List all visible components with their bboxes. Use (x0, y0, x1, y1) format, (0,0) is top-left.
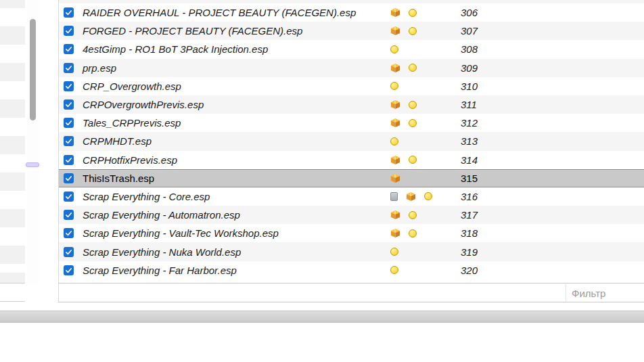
plugin-index: 311 (461, 99, 477, 110)
plugin-index: 317 (461, 209, 478, 221)
plugin-row[interactable]: RAIDER OVERHAUL - PROJECT BEAUTY (FACEGE… (59, 3, 644, 22)
coin-flag-icon (409, 119, 417, 127)
plugin-row[interactable]: 4estGimp - RO1 BoT 3Pack Injection.esp30… (59, 40, 644, 58)
plugin-index: 314 (461, 154, 478, 166)
plugin-name: Tales_CRPPrevis.esp (83, 117, 181, 129)
plugin-name: Scrap Everything - Far Harbor.esp (83, 265, 237, 276)
plugin-index: 308 (461, 43, 478, 55)
package-flag-icon (390, 228, 400, 238)
coin-flag-icon (390, 45, 398, 53)
plugin-index: 316 (461, 191, 478, 202)
plugin-checkbox[interactable] (64, 7, 74, 18)
plugin-name: Scrap Everything - Vault-Tec Workshop.es… (83, 227, 279, 239)
coin-flag-icon (390, 82, 398, 90)
mod-list-scrollbar-track[interactable] (27, 0, 39, 284)
plugin-checkbox[interactable] (64, 173, 74, 183)
plugin-flags (390, 206, 417, 224)
plugin-flags (390, 3, 417, 22)
plugin-checkbox[interactable] (64, 63, 74, 73)
mod-list-panel-sliver[interactable] (0, 0, 25, 284)
coin-flag-icon (409, 229, 417, 237)
plugin-flags (390, 59, 417, 77)
plugin-flags (390, 261, 398, 279)
plugin-row[interactable]: Scrap Everything - Nuka World.esp319 (59, 242, 644, 261)
coin-flag-icon (424, 192, 432, 200)
plugin-flags (390, 77, 398, 95)
package-flag-icon (390, 155, 400, 165)
plugin-list[interactable]: RAIDER OVERHAUL - PROJECT BEAUTY (FACEGE… (59, 0, 644, 284)
plugin-checkbox[interactable] (64, 99, 74, 110)
plugin-row[interactable]: CRP_Overgrowth.esp310 (59, 77, 644, 95)
plugin-name: 4estGimp - RO1 BoT 3Pack Injection.esp (83, 43, 268, 55)
plugin-checkbox[interactable] (64, 191, 74, 202)
plugin-row[interactable]: prp.esp309 (59, 59, 644, 77)
plugin-checkbox[interactable] (64, 81, 74, 91)
plugin-list-panel: RAIDER OVERHAUL - PROJECT BEAUTY (FACEGE… (58, 0, 644, 302)
coin-flag-icon (390, 137, 398, 145)
plugin-checkbox[interactable] (64, 247, 74, 257)
plugin-flags (390, 40, 398, 58)
plugin-checkbox[interactable] (64, 118, 74, 128)
mod-list-filter-strip (0, 284, 25, 302)
plugin-row[interactable]: ThisIsTrash.esp315 (59, 169, 644, 187)
plugin-index: 315 (461, 173, 478, 184)
plugin-checkbox[interactable] (64, 44, 74, 54)
plugin-index: 306 (461, 7, 478, 18)
package-flag-icon (406, 191, 416, 202)
coin-flag-icon (390, 266, 398, 274)
plugin-index: 312 (461, 117, 478, 129)
plugin-row[interactable]: Scrap Everything - Core.esp316 (59, 187, 644, 206)
plugin-index: 307 (461, 25, 478, 37)
package-flag-icon (390, 26, 400, 36)
plugin-flags (390, 151, 417, 169)
plugin-filter-row (59, 284, 644, 302)
coin-flag-icon (409, 101, 417, 109)
plugin-row[interactable]: CRPMHDT.esp313 (59, 132, 644, 150)
plugin-name: CRPMHDT.esp (83, 135, 152, 147)
coin-flag-icon (409, 64, 417, 72)
coin-flag-icon (409, 9, 417, 17)
plugin-name: Scrap Everything - Core.esp (83, 191, 210, 202)
plugin-row[interactable]: CRPHotfixPrevis.esp314 (59, 151, 644, 169)
plugin-index: 313 (461, 135, 478, 147)
plugin-index: 320 (461, 265, 478, 276)
package-flag-icon (390, 99, 400, 110)
plugin-checkbox[interactable] (64, 228, 74, 238)
plugin-checkbox[interactable] (64, 210, 74, 220)
package-flag-icon (390, 118, 400, 128)
plugin-flags (390, 169, 400, 187)
plugin-name: prp.esp (83, 62, 116, 74)
plugin-checkbox[interactable] (64, 155, 74, 165)
coin-flag-icon (409, 156, 417, 164)
mod-manager-screen: RAIDER OVERHAUL - PROJECT BEAUTY (FACEGE… (0, 0, 644, 362)
plugin-checkbox[interactable] (64, 136, 74, 146)
package-flag-icon (390, 63, 400, 73)
plugin-flags (390, 22, 417, 40)
plugin-flags (390, 242, 398, 261)
plugin-filter-input[interactable] (566, 284, 644, 302)
plugin-name: CRP_Overgrowth.esp (83, 81, 181, 92)
plugin-name: CRPOvergrowthPrevis.esp (83, 99, 204, 110)
plugin-name: ThisIsTrash.esp (83, 173, 154, 184)
plugin-flags (390, 95, 417, 114)
plugin-index: 318 (461, 227, 478, 239)
plugin-row[interactable]: Scrap Everything - Far Harbor.esp320 (59, 261, 644, 279)
package-flag-icon (390, 7, 400, 18)
plugin-row[interactable]: CRPOvergrowthPrevis.esp311 (59, 95, 644, 114)
plugin-checkbox[interactable] (64, 265, 74, 275)
drag-drop-indicator (26, 162, 39, 167)
plugin-row[interactable]: FORGED - PROJECT BEAUTY (FACEGEN).esp307 (59, 22, 644, 40)
mod-list-scrollbar-thumb[interactable] (30, 19, 36, 120)
plugin-name: FORGED - PROJECT BEAUTY (FACEGEN).esp (83, 25, 302, 37)
plugin-row[interactable]: Tales_CRPPrevis.esp312 (59, 114, 644, 132)
plugin-checkbox[interactable] (64, 26, 74, 36)
plugin-index: 310 (461, 81, 478, 92)
plugin-flags (390, 224, 417, 242)
plugin-row[interactable]: Scrap Everything - Automatron.esp317 (59, 206, 644, 224)
status-bar (0, 311, 644, 323)
plugin-index: 319 (461, 246, 478, 258)
coin-flag-icon (390, 248, 398, 256)
plugin-row[interactable]: Scrap Everything - Vault-Tec Workshop.es… (59, 224, 644, 242)
gray-file-flag-icon (390, 192, 398, 201)
plugin-name: Scrap Everything - Automatron.esp (83, 209, 240, 221)
